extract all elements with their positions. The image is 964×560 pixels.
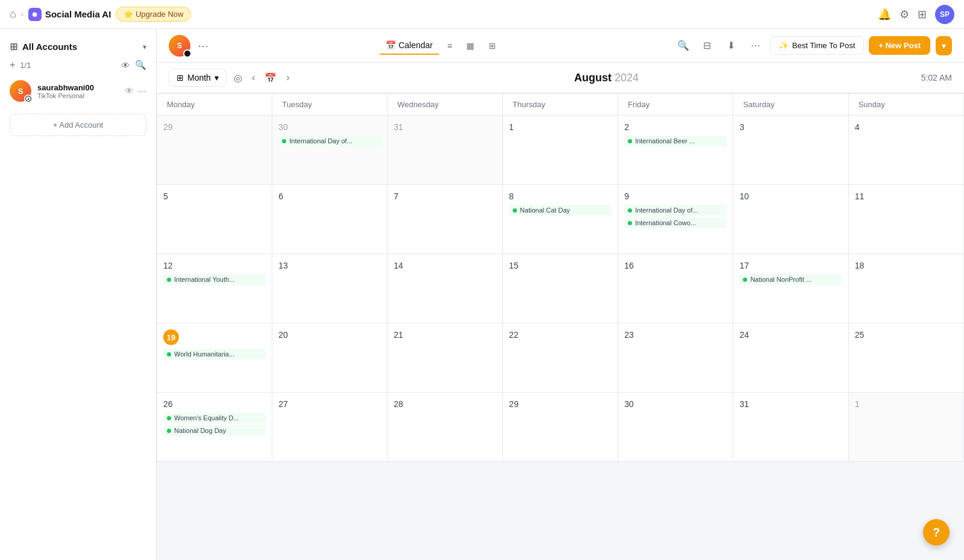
event-label: International Beer ...: [635, 137, 695, 145]
calendar-cell[interactable]: 23: [618, 323, 733, 393]
event-pill[interactable]: International Day of...: [624, 205, 727, 216]
calendar-cell[interactable]: 13: [272, 254, 387, 323]
calendar-cell[interactable]: 1: [849, 393, 964, 462]
account-info: saurabhwani00 TikTok Personal: [37, 83, 119, 99]
event-pill[interactable]: Women's Equality D...: [163, 412, 266, 423]
calendar-cell[interactable]: 5: [157, 185, 272, 254]
account-more-icon[interactable]: ⋯: [137, 86, 146, 96]
calendar-cell[interactable]: 7: [388, 185, 503, 254]
tab-grid[interactable]: ⊞: [483, 37, 502, 54]
day-number: 13: [278, 261, 288, 270]
calendar-cell[interactable]: 30: [618, 393, 733, 462]
download-action-icon[interactable]: ⬇: [722, 36, 741, 55]
calendar-cell[interactable]: 2International Beer ...: [618, 116, 733, 185]
tab-calendar[interactable]: 📅 Calendar: [380, 37, 439, 55]
profile-thumbnail[interactable]: S: [169, 35, 190, 57]
day-header: Tuesday: [272, 94, 387, 116]
upgrade-button[interactable]: ⭐ Upgrade Now: [116, 7, 191, 22]
calendar-cell[interactable]: 11: [849, 185, 964, 254]
filter-action-icon[interactable]: ⊟: [698, 36, 717, 55]
user-avatar[interactable]: SP: [935, 5, 954, 24]
calendar-cell[interactable]: 10: [733, 185, 848, 254]
new-post-dropdown-button[interactable]: ▾: [936, 36, 952, 55]
day-number: 14: [394, 261, 404, 270]
event-pill[interactable]: National NonProfit ...: [739, 274, 842, 285]
prev-month-button[interactable]: ‹: [249, 70, 257, 86]
month-selector[interactable]: ⊞ Month ▾: [169, 69, 227, 87]
calendar-cell[interactable]: 18: [849, 254, 964, 323]
calendar-cell[interactable]: 3: [733, 116, 848, 185]
best-time-button[interactable]: ✨ Best Time To Post: [770, 36, 865, 55]
calendar-cell[interactable]: 14: [388, 254, 503, 323]
more-action-icon[interactable]: ⋯: [746, 36, 765, 55]
calendar-cell[interactable]: 24: [733, 323, 848, 393]
day-number: 31: [739, 399, 749, 409]
event-pill[interactable]: International Youth...: [163, 274, 266, 285]
event-label: National Dog Day: [174, 427, 226, 434]
calendar-cell[interactable]: 22: [503, 323, 618, 393]
notification-icon[interactable]: 🔔: [878, 8, 891, 21]
event-pill[interactable]: International Beer ...: [624, 135, 727, 146]
calendar-cell[interactable]: 29: [157, 116, 272, 185]
event-dot: [167, 416, 171, 420]
calendar-cell[interactable]: 8National Cat Day: [503, 185, 618, 254]
event-dot: [628, 139, 632, 143]
tiktok-badge: [24, 95, 33, 103]
next-month-button[interactable]: ›: [284, 70, 292, 86]
calendar-icon: 📅: [386, 40, 396, 50]
event-pill[interactable]: World Humanitaria...: [163, 349, 266, 359]
tab-feed[interactable]: ▦: [460, 37, 480, 54]
calendar-cell[interactable]: 15: [503, 254, 618, 323]
day-number: 25: [855, 330, 865, 340]
calendar-cell[interactable]: 20: [272, 323, 387, 393]
calendar-cell[interactable]: 25: [849, 323, 964, 393]
calendar-cell[interactable]: 9International Day of...International Co…: [618, 185, 733, 254]
day-number: 27: [278, 399, 288, 409]
day-number: 1: [509, 122, 514, 132]
calendar-cell[interactable]: 1: [503, 116, 618, 185]
day-number: 16: [624, 261, 634, 270]
day-number: 26: [163, 399, 173, 409]
event-pill[interactable]: National Cat Day: [509, 205, 612, 216]
event-pill[interactable]: International Day of...: [278, 135, 381, 146]
calendar-cell[interactable]: 28: [388, 393, 503, 462]
account-name: saurabhwani00: [37, 83, 119, 92]
apps-grid-icon[interactable]: ⊞: [918, 8, 927, 21]
calendar-cell[interactable]: 31: [388, 116, 503, 185]
calendar-cell[interactable]: 4: [849, 116, 964, 185]
calendar-cell[interactable]: 17National NonProfit ...: [733, 254, 848, 323]
settings-icon[interactable]: ⚙: [900, 8, 909, 21]
account-item[interactable]: S saurabhwani00 TikTok Personal 👁 ⋯: [0, 75, 156, 107]
event-pill[interactable]: National Dog Day: [163, 425, 266, 436]
search-icon[interactable]: 🔍: [135, 60, 146, 70]
event-dot: [628, 208, 632, 213]
search-action-icon[interactable]: 🔍: [674, 36, 693, 55]
day-number: 4: [855, 122, 860, 132]
add-account-button[interactable]: + Add Account: [10, 114, 146, 136]
all-accounts-header[interactable]: ⊞ All Accounts ▾: [0, 36, 156, 57]
new-post-button[interactable]: + New Post: [869, 36, 930, 55]
eye-icon[interactable]: 👁: [121, 60, 130, 70]
calendar-cell[interactable]: 27: [272, 393, 387, 462]
calendar-cell[interactable]: 6: [272, 185, 387, 254]
tab-list[interactable]: ≡: [441, 37, 458, 54]
event-pill[interactable]: International Cowo...: [624, 217, 727, 228]
calendar-cell[interactable]: 31: [733, 393, 848, 462]
home-icon[interactable]: ⌂: [10, 8, 16, 20]
sidebar: ⊞ All Accounts ▾ + 1/1 👁 🔍 S saurabhwani…: [0, 29, 157, 560]
brand-icon: ◉: [28, 8, 42, 21]
calendar-cell[interactable]: 16: [618, 254, 733, 323]
location-icon[interactable]: ◎: [231, 70, 245, 86]
calendar-cell[interactable]: 26Women's Equality D...National Dog Day: [157, 393, 272, 462]
calendar-cell[interactable]: 21: [388, 323, 503, 393]
account-eye-icon[interactable]: 👁: [125, 86, 134, 96]
calendar-cell[interactable]: 30International Day of...: [272, 116, 387, 185]
toolbar-more-icon[interactable]: ⋯: [198, 39, 208, 52]
calendar-cell[interactable]: 29: [503, 393, 618, 462]
help-button[interactable]: ?: [923, 519, 950, 546]
today-button[interactable]: 📅: [262, 70, 279, 86]
calendar-cell[interactable]: 12International Youth...: [157, 254, 272, 323]
calendar-cell[interactable]: 19World Humanitaria...: [157, 323, 272, 393]
top-navigation: ⌂ › ◉ Social Media AI ⭐ Upgrade Now 🔔 ⚙ …: [0, 0, 964, 29]
plus-icon[interactable]: +: [10, 60, 15, 70]
